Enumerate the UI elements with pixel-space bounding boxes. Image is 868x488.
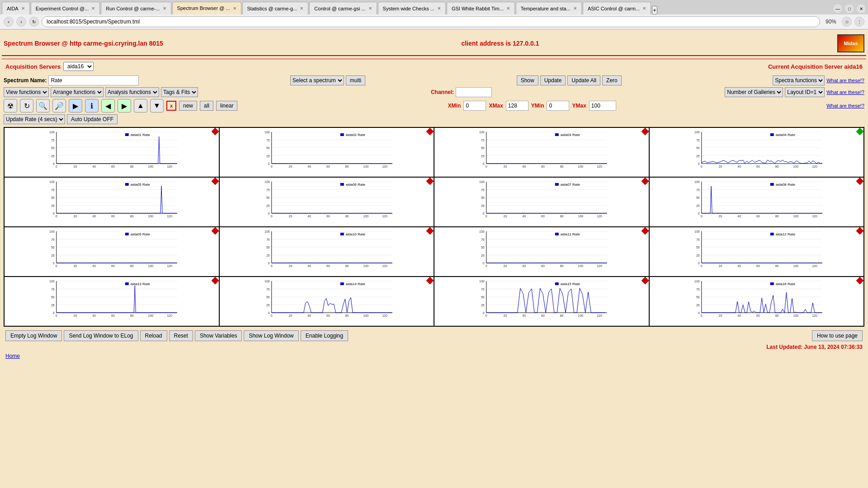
svg-rect-40 — [340, 133, 344, 136]
tab-close-temp[interactable]: ✕ — [573, 6, 577, 11]
chart-cell-aida09[interactable]: 0255075100020406080100120aida09 Rate — [4, 227, 219, 277]
tab-close-gsi[interactable]: ✕ — [506, 6, 510, 11]
xmax-input[interactable] — [506, 101, 528, 111]
tab-experiment[interactable]: Experiment Control @... ✕ — [31, 2, 100, 14]
spectrum-name-input[interactable] — [48, 75, 139, 85]
update-button[interactable]: Update — [540, 75, 566, 85]
auto-update-button[interactable]: Auto Update OFF — [67, 114, 118, 124]
number-galleries-dropdown[interactable]: Number of Galleries — [725, 87, 783, 97]
tab-control[interactable]: Control @ carme-gsi ... ✕ — [309, 2, 377, 14]
chart-cell-aida02[interactable]: 0255075100020406080100120aida02 Rate — [219, 127, 434, 177]
refresh-button[interactable]: ↻ — [29, 17, 39, 27]
chart-cell-aida10[interactable]: 0255075100020406080100120aida10 Rate — [219, 227, 434, 277]
x-button[interactable]: x — [166, 101, 176, 111]
linear-button[interactable]: linear — [216, 101, 237, 111]
chart-cell-aida16[interactable]: 0255075100020406080100120aida16 Rate — [649, 277, 864, 326]
arrow-left-icon-btn[interactable]: ◀ — [101, 99, 115, 113]
all-button[interactable]: all — [200, 101, 213, 111]
chart-cell-aida07[interactable]: 0255075100020406080100120aida07 Rate — [434, 177, 649, 227]
acq-server-select[interactable]: aida16 — [63, 62, 94, 71]
xmin-input[interactable] — [463, 101, 486, 111]
extensions-button[interactable]: ⋮ — [854, 17, 864, 27]
tab-system-checks[interactable]: System wide Checks ... ✕ — [378, 2, 446, 14]
minimize-button[interactable]: — — [833, 4, 843, 14]
tab-spectrum-browser[interactable]: Spectrum Browser @ ... ✕ — [172, 2, 241, 14]
update-all-button[interactable]: Update All — [567, 75, 600, 85]
new-tab-button[interactable]: + — [652, 6, 657, 14]
zoom-out-icon-btn[interactable]: 🔎 — [52, 99, 66, 113]
address-input[interactable] — [42, 16, 820, 27]
tab-gsi-white[interactable]: GSI White Rabbit Tim... ✕ — [447, 2, 515, 14]
chart-cell-aida01[interactable]: 0255075100020406080100120aida01 Rate — [4, 127, 219, 177]
chart-cell-aida13[interactable]: 0255075100020406080100120aida13 Rate — [4, 277, 219, 326]
tab-close-system[interactable]: ✕ — [437, 6, 441, 11]
tags-fits-dropdown[interactable]: Tags & Fits — [161, 87, 198, 97]
zoom-in-icon-btn[interactable]: 🔍 — [36, 99, 50, 113]
update-rate-select[interactable]: Update Rate (4 secs) — [4, 114, 65, 124]
tab-close-spectrum[interactable]: ✕ — [233, 6, 236, 11]
what-these-button-1[interactable]: What are these!? — [826, 78, 864, 83]
tab-close-statistics[interactable]: ✕ — [300, 6, 303, 11]
select-spectrum-dropdown[interactable]: Select a spectrum — [290, 75, 344, 85]
enable-logging-button[interactable]: Enable Logging — [301, 330, 348, 341]
forward-button[interactable]: › — [16, 17, 26, 27]
chart-cell-aida11[interactable]: 0255075100020406080100120aida11 Rate — [434, 227, 649, 277]
chart-cell-aida08[interactable]: 0255075100020406080100120aida08 Rate — [649, 177, 864, 227]
chart-cell-aida15[interactable]: 0255075100020406080100120aida15 Rate — [434, 277, 649, 326]
empty-log-button[interactable]: Empty Log Window — [5, 330, 62, 341]
tab-aida[interactable]: AIDA ✕ — [2, 2, 30, 14]
home-link[interactable]: Home — [5, 353, 20, 359]
ymax-input[interactable] — [589, 101, 616, 111]
close-window-button[interactable]: ✕ — [856, 4, 866, 14]
play-icon-btn[interactable]: ▶ — [69, 99, 82, 113]
tab-run-control[interactable]: Run Control @ carme-... ✕ — [101, 2, 171, 14]
chart-cell-aida03[interactable]: 0255075100020406080100120aida03 Rate — [434, 127, 649, 177]
tab-close-experiment[interactable]: ✕ — [91, 6, 95, 11]
refresh-icon-btn[interactable]: ↻ — [20, 99, 33, 113]
arrow-down-icon-btn[interactable]: ▼ — [150, 99, 164, 113]
chart-cell-aida04[interactable]: 0255075100020406080100120aida04 Rate — [649, 127, 864, 177]
chart-cell-aida05[interactable]: 0255075100020406080100120aida05 Rate — [4, 177, 219, 227]
layout-id-dropdown[interactable]: Layout ID=1 — [785, 87, 825, 97]
arrow-up-icon-btn[interactable]: ▲ — [134, 99, 147, 113]
multi-button[interactable]: multi — [346, 75, 365, 85]
back-button[interactable]: ‹ — [4, 17, 14, 27]
analysis-functions-dropdown[interactable]: Analysis functions — [105, 87, 159, 97]
show-variables-button[interactable]: Show Variables — [195, 330, 242, 341]
tab-close-aida[interactable]: ✕ — [21, 6, 25, 11]
ymin-input[interactable] — [547, 101, 569, 111]
tab-temperature[interactable]: Temperature and sta... ✕ — [516, 2, 582, 14]
bookmark-button[interactable]: ☆ — [842, 17, 852, 27]
show-log-button[interactable]: Show Log Window — [244, 330, 298, 341]
channel-input[interactable] — [456, 87, 492, 97]
chart-cell-aida14[interactable]: 0255075100020406080100120aida14 Rate — [219, 277, 434, 326]
svg-text:0: 0 — [56, 314, 57, 317]
send-log-button[interactable]: Send Log Window to ELog — [64, 330, 138, 341]
spectra-functions-dropdown[interactable]: Spectra functions — [773, 75, 825, 85]
svg-text:25: 25 — [266, 204, 269, 207]
tab-asic[interactable]: ASIC Control @ carm... ✕ — [583, 2, 651, 14]
reset-button[interactable]: Reset — [169, 330, 193, 341]
tab-close-asic[interactable]: ✕ — [642, 6, 646, 11]
what-these-button-3[interactable]: What are these!? — [826, 103, 864, 108]
what-these-button-2[interactable]: What are these!? — [826, 89, 864, 95]
view-functions-dropdown[interactable]: View functions — [4, 87, 49, 97]
svg-text:60: 60 — [541, 165, 545, 168]
info-icon-btn[interactable]: ℹ — [85, 99, 99, 113]
arrange-functions-dropdown[interactable]: Arrange functions — [51, 87, 104, 97]
maximize-button[interactable]: □ — [844, 4, 854, 14]
hazard-icon-btn[interactable]: ☢ — [4, 99, 17, 113]
tab-statistics[interactable]: Statistics @ carme-g... ✕ — [242, 2, 309, 14]
tab-close-control[interactable]: ✕ — [368, 6, 372, 11]
chart-cell-aida06[interactable]: 0255075100020406080100120aida06 Rate — [219, 177, 434, 227]
zero-button[interactable]: Zero — [602, 75, 622, 85]
new-button[interactable]: new — [179, 101, 197, 111]
tab-close-run-control[interactable]: ✕ — [163, 6, 166, 11]
svg-rect-103 — [125, 183, 129, 186]
reload-button[interactable]: Reload — [140, 330, 167, 341]
chart-cell-aida12[interactable]: 0255075100020406080100120aida12 Rate — [649, 227, 864, 277]
arrow-right-icon-btn[interactable]: ▶ — [118, 99, 131, 113]
svg-text:50: 50 — [481, 146, 485, 150]
how-to-use-button[interactable]: How to use page — [812, 330, 863, 341]
show-button[interactable]: Show — [517, 75, 538, 85]
